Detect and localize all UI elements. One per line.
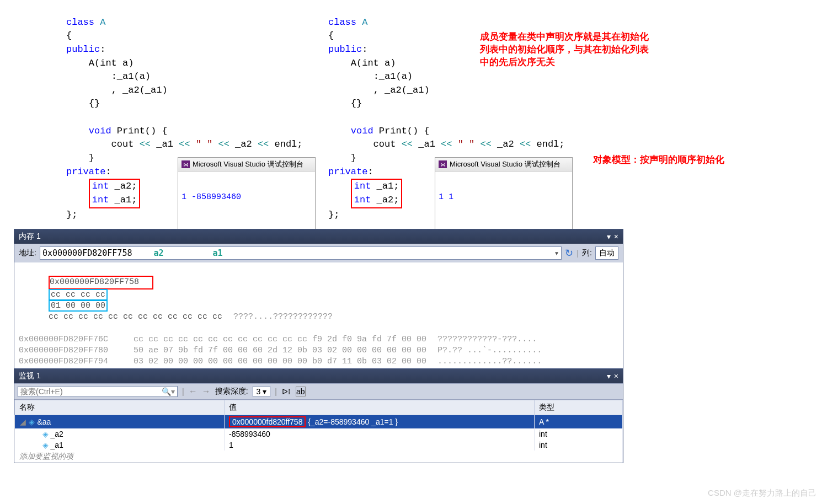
collapse-icon[interactable]: ◢ [19, 417, 27, 426]
columns-label: 列: [582, 248, 592, 258]
columns-select[interactable]: 自动 [595, 246, 618, 260]
a2-label: a2 [153, 248, 163, 258]
watch-addr-highlight: 0x000000fd820ff758 [229, 416, 306, 427]
depth-select[interactable]: 3 ▾ [253, 386, 271, 397]
col-name[interactable]: 名称 [15, 400, 225, 415]
a1-label: a1 [213, 248, 223, 258]
watch-row-a1[interactable]: ◈_a1 1 int [15, 439, 623, 451]
console-title-right: ⋈Microsoft Visual Studio 调试控制台 [435, 158, 572, 171]
chevron-down-icon[interactable]: ▾ [554, 248, 559, 258]
watch-add-item[interactable]: 添加要监视的项 [15, 451, 623, 463]
watermark: CSDN @走在努力路上的自己 [708, 488, 816, 498]
watch-window: 监视 1 ▾× 🔍▾ | ← → 搜索深度: 3 ▾ | ᐅ⁞ ab 名称 值 … [14, 368, 623, 463]
nav-forward-icon[interactable]: → [202, 387, 211, 396]
field-icon: ◈ [42, 441, 49, 449]
watch-search[interactable]: 🔍▾ [18, 386, 178, 397]
console-output-left: 1 -858993460 [182, 192, 312, 202]
vs-icon: ⋈ [439, 160, 447, 168]
close-icon[interactable]: × [614, 232, 618, 241]
depth-label: 搜索深度: [215, 387, 248, 396]
field-icon: ◈ [42, 430, 49, 438]
tree-icon[interactable]: ᐅ⁞ [281, 387, 291, 396]
chevron-down-icon[interactable]: ▾ [171, 387, 175, 396]
annotation-object-model: 对象模型：按声明的顺序初始化 [593, 153, 724, 166]
hex-a2-box: cc cc cc cc [49, 289, 108, 301]
address-input[interactable]: 0x000000FD820FF758 a2 a1 ▾ [40, 246, 562, 260]
dropdown-icon[interactable]: ▾ [607, 232, 611, 241]
address-label: 地址: [19, 248, 36, 258]
object-icon: ◈ [29, 417, 35, 426]
refresh-icon[interactable]: ↻ [565, 247, 573, 259]
annotation-init-order: 成员变量在类中声明次序就是其在初始化 列表中的初始化顺序，与其在初始化列表 中的… [480, 30, 690, 68]
console-title-left: ⋈Microsoft Visual Studio 调试控制台 [178, 158, 315, 171]
memory-address-highlight: 0x000000FD820FF758 [49, 276, 153, 289]
memory-header: 内存 1 ▾× [14, 229, 623, 244]
members-left-box: int _a2; int _a1; [89, 179, 141, 208]
console-output-right: 1 1 [439, 192, 569, 202]
col-type[interactable]: 类型 [535, 400, 623, 415]
highlight-icon[interactable]: ab [296, 387, 306, 396]
hex-a1-box: 01 00 00 00 [49, 300, 108, 312]
search-icon[interactable]: 🔍 [162, 387, 171, 396]
watch-row-aa[interactable]: ◢ ◈&aa 0x000000fd820ff758 {_a2=-85899346… [15, 415, 623, 429]
dropdown-icon[interactable]: ▾ [607, 372, 611, 380]
watch-header: 监视 1 ▾× [14, 369, 623, 383]
col-value[interactable]: 值 [225, 400, 535, 415]
close-icon[interactable]: × [614, 372, 618, 380]
watch-table: 名称 值 类型 ◢ ◈&aa 0x000000fd820ff758 {_a2=-… [14, 400, 623, 463]
watch-row-a2[interactable]: ◈_a2 -858993460 int [15, 428, 623, 439]
members-right-box: int _a1; int _a2; [351, 179, 403, 208]
vs-icon: ⋈ [182, 160, 190, 168]
nav-back-icon[interactable]: ← [189, 387, 198, 396]
